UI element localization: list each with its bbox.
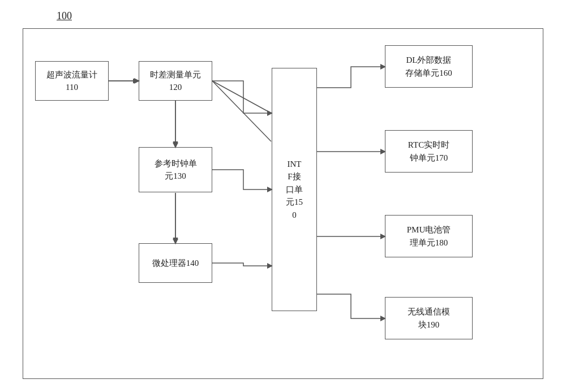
block-ref-clock: 参考时钟单 元130 <box>139 147 212 192</box>
diagram-container: 100 超声波流量计 110 时差测量单元 120 参考时钟单 元130 微处理… <box>0 0 566 392</box>
block-pmu: PMU电池管 理单元180 <box>385 215 473 257</box>
system-label: 100 <box>57 10 72 22</box>
block-time-diff: 时差测量单元 120 <box>139 61 212 101</box>
block-dl-storage: DL外部数据 存储单元160 <box>385 45 473 88</box>
block-wireless: 无线通信模 块190 <box>385 297 473 339</box>
block-rtc: RTC实时时 钟单元170 <box>385 130 473 173</box>
block-intf: INT F接 口单 元15 0 <box>272 68 317 311</box>
block-microprocessor: 微处理器140 <box>139 243 212 283</box>
block-ultrasonic: 超声波流量计 110 <box>35 61 109 101</box>
